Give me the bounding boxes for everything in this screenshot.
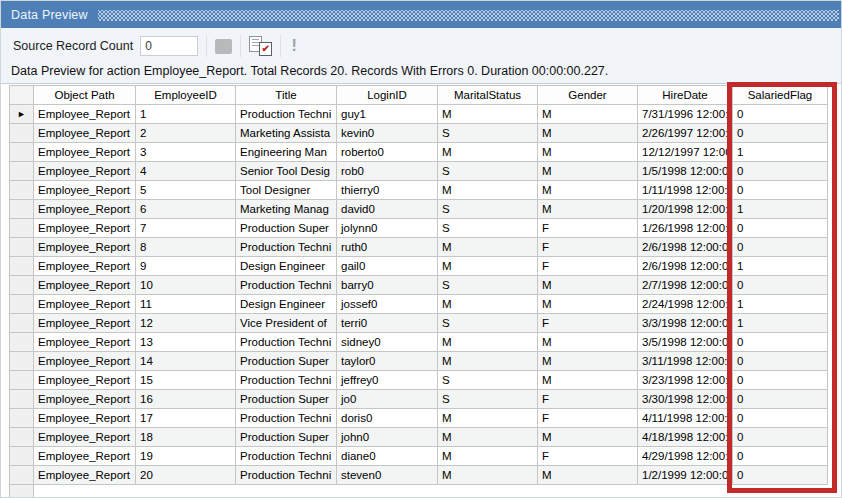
row-selector[interactable] <box>9 181 34 200</box>
cell-login-id[interactable]: barry0 <box>337 276 438 295</box>
row-selector[interactable] <box>9 219 34 238</box>
cell-title[interactable]: Production Techni <box>236 466 337 485</box>
table-row[interactable]: Employee_Report8Production Techniruth0MF… <box>9 238 828 257</box>
cell-employee-id[interactable]: 15 <box>136 371 236 390</box>
cell-employee-id[interactable]: 4 <box>136 162 236 181</box>
cell-gender[interactable]: M <box>538 276 638 295</box>
cell-salaried-flag[interactable]: 0 <box>733 390 828 409</box>
table-row[interactable]: Employee_Report7Production Superjolynn0S… <box>9 219 828 238</box>
cell-login-id[interactable]: doris0 <box>337 409 438 428</box>
cell-marital-status[interactable]: M <box>438 409 538 428</box>
cell-employee-id[interactable]: 6 <box>136 200 236 219</box>
cell-title[interactable]: Production Super <box>236 219 337 238</box>
row-selector[interactable] <box>9 466 34 485</box>
cell-gender[interactable]: M <box>538 105 638 124</box>
row-selector[interactable] <box>9 352 34 371</box>
cell-employee-id[interactable]: 9 <box>136 257 236 276</box>
cell-login-id[interactable]: diane0 <box>337 447 438 466</box>
cell-salaried-flag[interactable]: 0 <box>733 181 828 200</box>
table-row[interactable]: Employee_Report17Production Technidoris0… <box>9 409 828 428</box>
cell-title[interactable]: Production Super <box>236 428 337 447</box>
cell-login-id[interactable]: guy1 <box>337 105 438 124</box>
cell-object-path[interactable]: Employee_Report <box>34 162 136 181</box>
cell-object-path[interactable]: Employee_Report <box>34 466 136 485</box>
row-selector[interactable] <box>9 409 34 428</box>
cell-gender[interactable]: M <box>538 143 638 162</box>
cell-marital-status[interactable]: S <box>438 200 538 219</box>
cell-object-path[interactable]: Employee_Report <box>34 295 136 314</box>
cell-hire-date[interactable]: 2/24/1998 12:00:0 <box>638 295 733 314</box>
cell-salaried-flag[interactable]: 1 <box>733 143 828 162</box>
row-selector[interactable]: ► <box>9 105 34 124</box>
validate-report-button[interactable]: ✔ <box>249 36 272 56</box>
cell-hire-date[interactable]: 1/26/1998 12:00:0 <box>638 219 733 238</box>
cell-login-id[interactable]: ruth0 <box>337 238 438 257</box>
cell-hire-date[interactable]: 3/3/1998 12:00:00 <box>638 314 733 333</box>
column-header-salaried_flag[interactable]: SalariedFlag <box>733 85 828 105</box>
row-selector[interactable] <box>9 314 34 333</box>
table-row[interactable]: Employee_Report6Marketing Managdavid0SM1… <box>9 200 828 219</box>
table-row[interactable]: ►Employee_Report1Production Techniguy1MM… <box>9 105 828 124</box>
cell-gender[interactable]: F <box>538 238 638 257</box>
cell-title[interactable]: Production Techni <box>236 105 337 124</box>
row-selector[interactable] <box>9 295 34 314</box>
cell-title[interactable]: Production Techni <box>236 371 337 390</box>
cell-object-path[interactable]: Employee_Report <box>34 238 136 257</box>
cell-employee-id[interactable]: 3 <box>136 143 236 162</box>
cell-hire-date[interactable]: 1/5/1998 12:00:00 <box>638 162 733 181</box>
cell-gender[interactable]: M <box>538 371 638 390</box>
cell-title[interactable]: Production Techni <box>236 238 337 257</box>
cell-gender[interactable]: M <box>538 124 638 143</box>
cell-marital-status[interactable]: S <box>438 371 538 390</box>
table-row[interactable]: Employee_Report10Production Technibarry0… <box>9 276 828 295</box>
row-selector[interactable] <box>9 428 34 447</box>
cell-hire-date[interactable]: 2/6/1998 12:00:00 <box>638 257 733 276</box>
stop-button-icon[interactable] <box>215 39 232 54</box>
cell-hire-date[interactable]: 1/20/1998 12:00:0 <box>638 200 733 219</box>
cell-title[interactable]: Design Engineer <box>236 295 337 314</box>
cell-object-path[interactable]: Employee_Report <box>34 409 136 428</box>
cell-salaried-flag[interactable]: 0 <box>733 276 828 295</box>
cell-object-path[interactable]: Employee_Report <box>34 333 136 352</box>
cell-title[interactable]: Marketing Assista <box>236 124 337 143</box>
cell-employee-id[interactable]: 17 <box>136 409 236 428</box>
cell-login-id[interactable]: jossef0 <box>337 295 438 314</box>
cell-title[interactable]: Engineering Man <box>236 143 337 162</box>
cell-object-path[interactable]: Employee_Report <box>34 447 136 466</box>
cell-hire-date[interactable]: 4/29/1998 12:00:0 <box>638 447 733 466</box>
cell-marital-status[interactable]: M <box>438 447 538 466</box>
cell-salaried-flag[interactable]: 0 <box>733 352 828 371</box>
cell-salaried-flag[interactable]: 1 <box>733 314 828 333</box>
cell-title[interactable]: Production Techni <box>236 447 337 466</box>
cell-hire-date[interactable]: 4/11/1998 12:00:0 <box>638 409 733 428</box>
cell-hire-date[interactable]: 1/2/1999 12:00:00 <box>638 466 733 485</box>
cell-gender[interactable]: F <box>538 314 638 333</box>
cell-hire-date[interactable]: 2/26/1997 12:00:0 <box>638 124 733 143</box>
cell-object-path[interactable]: Employee_Report <box>34 200 136 219</box>
table-row[interactable]: Employee_Report16Production Superjo0SF3/… <box>9 390 828 409</box>
cell-salaried-flag[interactable]: 0 <box>733 409 828 428</box>
cell-salaried-flag[interactable]: 0 <box>733 371 828 390</box>
row-selector[interactable] <box>9 447 34 466</box>
cell-gender[interactable]: M <box>538 352 638 371</box>
cell-login-id[interactable]: jo0 <box>337 390 438 409</box>
cell-title[interactable]: Vice President of <box>236 314 337 333</box>
column-header-hire_date[interactable]: HireDate <box>638 85 733 105</box>
cell-hire-date[interactable]: 3/11/1998 12:00:0 <box>638 352 733 371</box>
table-row[interactable]: Employee_Report11Design Engineerjossef0M… <box>9 295 828 314</box>
row-selector[interactable] <box>9 143 34 162</box>
cell-title[interactable]: Design Engineer <box>236 257 337 276</box>
cell-object-path[interactable]: Employee_Report <box>34 124 136 143</box>
cell-salaried-flag[interactable]: 0 <box>733 447 828 466</box>
cell-gender[interactable]: F <box>538 257 638 276</box>
cell-gender[interactable]: M <box>538 181 638 200</box>
table-row[interactable]: Employee_Report2Marketing Assistakevin0S… <box>9 124 828 143</box>
cell-salaried-flag[interactable]: 0 <box>733 162 828 181</box>
table-row[interactable]: Employee_Report4Senior Tool Desigrob0SM1… <box>9 162 828 181</box>
cell-object-path[interactable]: Employee_Report <box>34 314 136 333</box>
title-bar[interactable]: Data Preview <box>1 1 841 28</box>
cell-marital-status[interactable]: S <box>438 219 538 238</box>
cell-employee-id[interactable]: 8 <box>136 238 236 257</box>
cell-marital-status[interactable]: M <box>438 143 538 162</box>
cell-login-id[interactable]: jeffrey0 <box>337 371 438 390</box>
